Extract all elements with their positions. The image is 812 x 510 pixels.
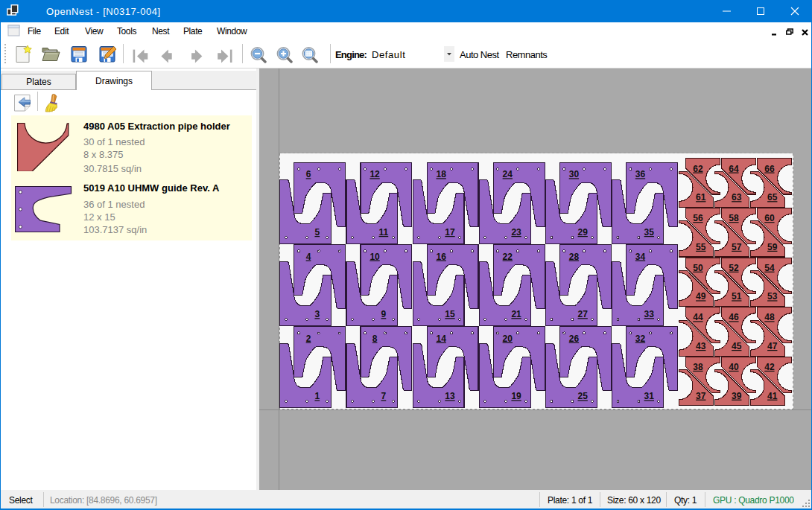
svg-text:39: 39 — [732, 391, 742, 401]
svg-text:51: 51 — [732, 291, 742, 302]
svg-text:56: 56 — [693, 213, 703, 223]
svg-text:40: 40 — [729, 362, 739, 372]
svg-text:24: 24 — [503, 169, 513, 179]
svg-text:2: 2 — [306, 334, 311, 344]
svg-text:44: 44 — [693, 312, 703, 322]
svg-text:41: 41 — [767, 391, 778, 401]
svg-text:17: 17 — [445, 227, 455, 238]
svg-text:43: 43 — [696, 341, 706, 351]
svg-text:18: 18 — [437, 169, 447, 179]
svg-text:36: 36 — [635, 169, 646, 179]
svg-text:55: 55 — [696, 242, 706, 252]
svg-text:42: 42 — [764, 362, 775, 372]
svg-text:21: 21 — [511, 309, 521, 319]
svg-text:32: 32 — [635, 334, 646, 344]
svg-text:66: 66 — [764, 164, 775, 174]
svg-text:29: 29 — [578, 227, 589, 238]
svg-text:65: 65 — [767, 192, 778, 203]
svg-text:6: 6 — [306, 169, 311, 179]
svg-text:62: 62 — [693, 164, 703, 174]
svg-text:22: 22 — [503, 252, 513, 262]
svg-text:49: 49 — [696, 291, 706, 302]
svg-text:27: 27 — [578, 309, 589, 319]
svg-text:4: 4 — [306, 252, 311, 262]
svg-text:1: 1 — [314, 391, 320, 401]
svg-text:64: 64 — [729, 164, 739, 174]
svg-text:14: 14 — [437, 334, 447, 344]
svg-text:31: 31 — [644, 391, 655, 401]
svg-text:46: 46 — [729, 312, 739, 322]
svg-text:10: 10 — [369, 252, 380, 262]
svg-text:13: 13 — [445, 391, 455, 401]
svg-text:33: 33 — [644, 309, 655, 319]
svg-text:60: 60 — [764, 213, 775, 223]
svg-text:12: 12 — [369, 169, 380, 179]
svg-text:26: 26 — [569, 334, 580, 344]
svg-text:54: 54 — [764, 263, 775, 273]
svg-text:16: 16 — [437, 252, 447, 262]
svg-text:8: 8 — [372, 334, 378, 344]
svg-text:5: 5 — [314, 227, 320, 238]
svg-text:61: 61 — [696, 192, 706, 203]
svg-text:53: 53 — [767, 291, 778, 302]
svg-text:23: 23 — [511, 227, 521, 238]
svg-text:48: 48 — [764, 312, 775, 322]
svg-text:20: 20 — [503, 334, 513, 344]
svg-text:15: 15 — [445, 309, 455, 319]
svg-text:63: 63 — [732, 192, 742, 203]
svg-text:37: 37 — [696, 391, 706, 401]
svg-text:34: 34 — [635, 252, 646, 262]
svg-text:7: 7 — [381, 391, 387, 401]
svg-text:52: 52 — [729, 263, 739, 273]
svg-text:59: 59 — [767, 242, 778, 252]
svg-text:58: 58 — [729, 213, 739, 223]
svg-text:45: 45 — [732, 341, 742, 351]
svg-text:11: 11 — [379, 227, 389, 238]
svg-text:3: 3 — [314, 309, 320, 319]
svg-text:50: 50 — [693, 263, 703, 273]
svg-text:38: 38 — [693, 362, 703, 372]
svg-text:35: 35 — [644, 227, 655, 238]
svg-text:9: 9 — [381, 309, 387, 319]
svg-text:57: 57 — [732, 242, 742, 252]
svg-text:47: 47 — [767, 341, 778, 351]
svg-text:30: 30 — [569, 169, 580, 179]
svg-text:28: 28 — [569, 252, 580, 262]
svg-text:19: 19 — [511, 391, 521, 401]
svg-text:25: 25 — [578, 391, 589, 401]
